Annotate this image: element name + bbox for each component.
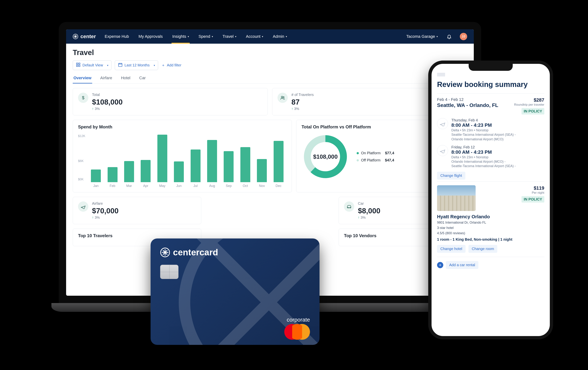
hotel-price: $119 Per night IN POLICY [522, 185, 544, 202]
nav-item-spend[interactable]: Spend▾ [198, 29, 214, 44]
tab-overview[interactable]: Overview [73, 74, 92, 83]
airplane-icon [78, 201, 88, 212]
arrow-up-icon: ↑ [291, 107, 293, 111]
bar [141, 160, 151, 182]
tab-car[interactable]: Car [138, 74, 146, 83]
bell-icon[interactable] [447, 34, 452, 39]
segment-meta: Seattle-Tacoma International Airport (SE… [451, 164, 544, 168]
chevron-down-icon: ▾ [107, 64, 108, 67]
nav-item-insights[interactable]: Insights▾ [171, 29, 190, 44]
nav-item-travel[interactable]: Travel▾ [222, 29, 237, 44]
tab-airfare[interactable]: Airfare [100, 74, 113, 83]
add-filter-label: Add filter [167, 63, 181, 67]
stat-value: $70,000 [92, 207, 119, 215]
bar-label: Apr [143, 184, 148, 188]
bar-chart: $12K $6K $0K JanFebMarAprMayJunJulAugSep… [78, 133, 286, 188]
grid-icon [76, 62, 81, 68]
phone-frame: Review booking summary Feb 4 - Feb 12 Se… [428, 60, 553, 339]
add-filter-button[interactable]: ＋ Add filter [161, 63, 181, 68]
svg-point-6 [281, 96, 283, 98]
change-room-button[interactable]: Change room [468, 245, 497, 253]
stat-delta: ↑ 3% [291, 107, 314, 111]
nav-item-account[interactable]: Account▾ [245, 29, 264, 44]
y-tick: $6K [78, 159, 84, 163]
legend-label: Off Platform [361, 158, 380, 162]
hotel-section: $119 Per night IN POLICY Hyatt Regency O… [437, 181, 544, 253]
trip-price-sub: Roundtrip per traveler [514, 103, 544, 107]
flight-segment: Thursday, Feb 4 8:00 AM - 4:23 PM Delta … [437, 118, 544, 141]
svg-rect-2 [79, 63, 80, 64]
segment-time: 8:00 AM - 4:23 PM [451, 149, 544, 155]
date-range-selector[interactable]: Last 12 Months ▾ [115, 60, 158, 70]
hamburger-icon[interactable] [437, 73, 445, 76]
legend-row: Off Platform $47,4 [357, 158, 394, 162]
category-row: Airfare $70,000 ↑ 3% [73, 197, 467, 224]
nav-label: Travel [222, 34, 234, 39]
avatar[interactable]: JJ [460, 33, 467, 40]
nav-item-admin[interactable]: Admin▾ [272, 29, 288, 44]
bar [224, 151, 234, 182]
bar-label: Dec [276, 184, 282, 188]
calendar-icon [118, 62, 123, 68]
nav-label: Admin [273, 34, 284, 39]
stat-delta: ↑ 3% [92, 107, 123, 111]
charts-row: Spend by Month $12K $6K $0K JanFebMarApr… [73, 120, 467, 192]
plus-icon[interactable]: + [437, 262, 443, 268]
bar-col: Dec [272, 135, 284, 188]
users-icon [277, 93, 288, 103]
legend-row: On Platform $77,4 [357, 151, 394, 155]
bar-col: Jan [90, 135, 102, 188]
logo-icon [73, 34, 78, 39]
airplane-icon [437, 145, 448, 156]
stat-delta: ↑ 3% [92, 216, 119, 220]
bar-label: Jun [176, 184, 182, 188]
chip-icon [160, 265, 178, 279]
org-label: Tacoma Garage [406, 34, 435, 39]
section-title: Top 10 Travelers [78, 233, 196, 238]
policy-badge: IN POLICY [522, 108, 544, 114]
stat-card-total: $ Total $108,000 ↑ 3% [73, 88, 268, 115]
svg-rect-5 [118, 63, 122, 66]
bar [157, 135, 167, 182]
filter-bar: Default View ▾ Last 12 Months ▾ ＋ Add fi… [73, 60, 467, 70]
change-flight-button[interactable]: Change flight [437, 172, 465, 180]
hotel-image [437, 185, 476, 211]
hotel-class: 3-star hotel [437, 226, 544, 230]
bar-col: Sep [222, 135, 235, 188]
nav-label: Insights [172, 34, 186, 39]
stat-value: 87 [291, 98, 314, 106]
view-selector[interactable]: Default View ▾ [73, 60, 111, 70]
dollar-icon: $ [78, 93, 88, 103]
legend-amount: $47,4 [385, 158, 394, 162]
range-label: Last 12 Months [125, 63, 150, 67]
bar-label: Oct [243, 184, 248, 188]
policy-badge: IN POLICY [522, 196, 544, 202]
nav-label: Account [246, 34, 261, 39]
stat-delta: ↑ 3% [358, 216, 380, 220]
bar-label: Jul [193, 184, 198, 188]
bar [174, 161, 184, 182]
page-body: Travel Default View ▾ Last 12 Months [66, 44, 474, 253]
bar-label: Feb [110, 184, 115, 188]
arrow-up-icon: ↑ [92, 107, 94, 111]
org-switcher[interactable]: Tacoma Garage ▾ [405, 29, 439, 44]
change-hotel-button[interactable]: Change hotel [437, 245, 465, 253]
svg-point-7 [283, 97, 284, 98]
brand-name: center [80, 34, 96, 40]
donut-legend: On Platform $77,4 Off Platform $47,4 [357, 151, 394, 162]
bar [240, 147, 250, 182]
phone-title: Review booking summary [437, 80, 544, 89]
bar [257, 159, 267, 182]
bar-label: Nov [259, 184, 265, 188]
brand-logo[interactable]: center [73, 34, 96, 40]
bar-col: Jun [173, 135, 185, 188]
tab-hotel[interactable]: Hotel [120, 74, 131, 83]
donut-center-label: $108,000 [302, 133, 349, 180]
hotel-name: Hyatt Regency Orlando [437, 214, 544, 220]
hotel-room: 1 room - 1 King Bed, Non-smoking | 1 nig… [437, 237, 544, 242]
nav-item-my-approvals[interactable]: My Approvals [138, 29, 163, 44]
nav-item-expense-hub[interactable]: Expense Hub [104, 29, 130, 44]
bar-col: Oct [239, 135, 252, 188]
add-car-button[interactable]: Add a car rental [446, 261, 478, 269]
stat-label: Total [92, 93, 123, 97]
